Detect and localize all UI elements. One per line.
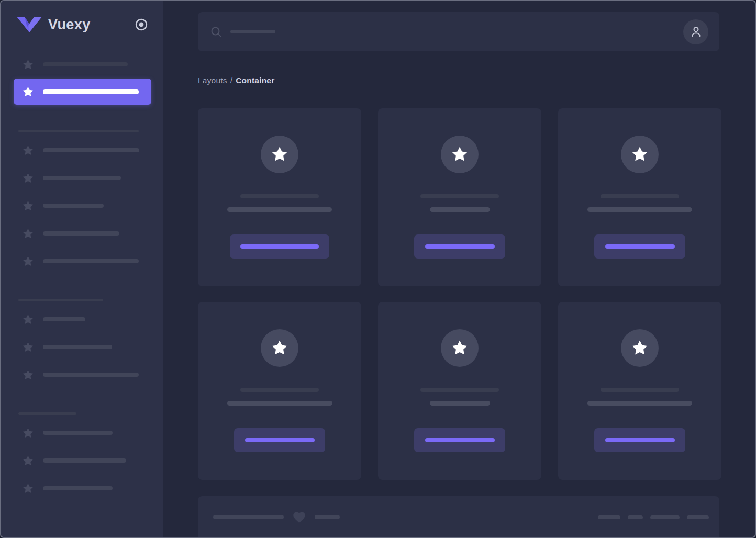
sidebar-nav bbox=[1, 57, 163, 496]
sidebar-item-label-skeleton bbox=[43, 204, 104, 208]
card bbox=[378, 108, 541, 286]
main-content: Layouts/Container bbox=[163, 1, 755, 537]
sidebar-item-label-skeleton bbox=[43, 89, 139, 94]
card-action-button[interactable] bbox=[594, 234, 685, 259]
star-icon bbox=[451, 339, 469, 357]
button-label-skeleton bbox=[425, 438, 495, 442]
button-label-skeleton bbox=[240, 244, 319, 249]
sidebar-item-label-skeleton bbox=[43, 486, 113, 490]
search-placeholder-skeleton bbox=[230, 30, 275, 33]
star-icon bbox=[22, 369, 34, 381]
star-icon bbox=[22, 144, 34, 156]
card-action-button[interactable] bbox=[234, 428, 325, 452]
footer-copyright-skeleton bbox=[213, 515, 284, 519]
card-title-skeleton bbox=[601, 388, 679, 392]
card-text-skeleton bbox=[227, 207, 332, 212]
sidebar-item[interactable] bbox=[22, 339, 151, 355]
card-avatar bbox=[621, 136, 659, 173]
star-icon bbox=[22, 427, 34, 439]
footer-links bbox=[598, 515, 709, 519]
button-label-skeleton bbox=[425, 244, 495, 249]
card-title-skeleton bbox=[420, 388, 499, 392]
sidebar-item-label-skeleton bbox=[43, 62, 128, 66]
topbar bbox=[198, 12, 719, 51]
user-avatar-button[interactable] bbox=[683, 19, 708, 44]
sidebar-item-label-skeleton bbox=[43, 345, 112, 349]
card-text-skeleton bbox=[587, 401, 692, 406]
card-title-skeleton bbox=[240, 194, 319, 198]
card-text-skeleton bbox=[227, 401, 332, 406]
heart-icon bbox=[292, 510, 306, 524]
star-icon bbox=[271, 339, 288, 357]
sidebar-item[interactable] bbox=[22, 226, 151, 241]
star-icon bbox=[22, 455, 34, 467]
footer-link-skeleton bbox=[598, 515, 620, 519]
card bbox=[558, 108, 721, 286]
menu-pin-toggle-icon[interactable] bbox=[134, 17, 149, 32]
star-icon bbox=[22, 341, 34, 353]
breadcrumb: Layouts/Container bbox=[198, 76, 719, 85]
star-icon bbox=[22, 86, 34, 98]
button-label-skeleton bbox=[605, 244, 675, 249]
card-avatar bbox=[441, 329, 479, 367]
star-icon bbox=[22, 200, 34, 212]
card-avatar bbox=[621, 329, 659, 367]
nav-heading-skeleton bbox=[18, 299, 103, 301]
sidebar-item-label-skeleton bbox=[43, 458, 126, 463]
card-text-skeleton bbox=[587, 207, 692, 212]
card-action-button[interactable] bbox=[230, 234, 329, 259]
breadcrumb-current: Container bbox=[236, 76, 274, 85]
star-icon bbox=[631, 339, 649, 357]
card-avatar bbox=[441, 136, 479, 173]
search-input[interactable] bbox=[210, 12, 683, 51]
star-icon bbox=[631, 145, 649, 163]
sidebar-header: Vuexy bbox=[1, 1, 163, 48]
card bbox=[198, 108, 361, 286]
app-root: Vuexy bbox=[0, 0, 756, 538]
button-label-skeleton bbox=[605, 438, 675, 442]
sidebar-item-label-skeleton bbox=[43, 176, 121, 180]
sidebar-item[interactable] bbox=[22, 170, 151, 186]
sidebar-section bbox=[1, 299, 163, 383]
card-title-skeleton bbox=[601, 194, 679, 198]
card bbox=[378, 302, 541, 480]
star-icon bbox=[451, 145, 469, 163]
breadcrumb-parent[interactable]: Layouts bbox=[198, 76, 227, 85]
breadcrumb-separator: / bbox=[230, 76, 233, 85]
sidebar-item[interactable] bbox=[22, 311, 151, 327]
nav-heading-skeleton bbox=[18, 130, 139, 132]
card bbox=[558, 302, 721, 480]
cards-grid bbox=[198, 108, 719, 480]
card-action-button[interactable] bbox=[414, 428, 505, 452]
card-action-button[interactable] bbox=[414, 234, 505, 259]
sidebar-item-active[interactable] bbox=[14, 79, 151, 105]
footer-credit-skeleton bbox=[315, 515, 340, 519]
star-icon bbox=[22, 483, 34, 495]
user-icon bbox=[689, 25, 703, 39]
sidebar-item[interactable] bbox=[22, 57, 151, 72]
sidebar-item-label-skeleton bbox=[43, 373, 139, 377]
card-action-button[interactable] bbox=[594, 428, 685, 452]
sidebar-item-label-skeleton bbox=[43, 317, 85, 321]
sidebar-section bbox=[1, 412, 163, 496]
sidebar-section bbox=[1, 130, 163, 269]
sidebar-item-label-skeleton bbox=[43, 231, 119, 236]
search-icon bbox=[210, 26, 223, 38]
card-avatar bbox=[261, 136, 298, 173]
sidebar-item[interactable] bbox=[22, 480, 151, 496]
card-title-skeleton bbox=[240, 388, 319, 392]
star-icon bbox=[271, 145, 288, 163]
footer-link-skeleton bbox=[628, 515, 643, 519]
sidebar-item[interactable] bbox=[22, 425, 151, 441]
footer-link-skeleton bbox=[650, 515, 680, 519]
brand-title: Vuexy bbox=[48, 17, 91, 33]
sidebar-item[interactable] bbox=[22, 453, 151, 468]
nav-heading-skeleton bbox=[18, 412, 76, 415]
sidebar-item[interactable] bbox=[22, 142, 151, 158]
footer-link-skeleton bbox=[687, 515, 709, 519]
sidebar-item[interactable] bbox=[22, 198, 151, 214]
sidebar-item[interactable] bbox=[22, 367, 151, 383]
sidebar-item-label-skeleton bbox=[43, 431, 113, 435]
sidebar-item[interactable] bbox=[22, 253, 151, 269]
star-icon bbox=[22, 228, 34, 240]
